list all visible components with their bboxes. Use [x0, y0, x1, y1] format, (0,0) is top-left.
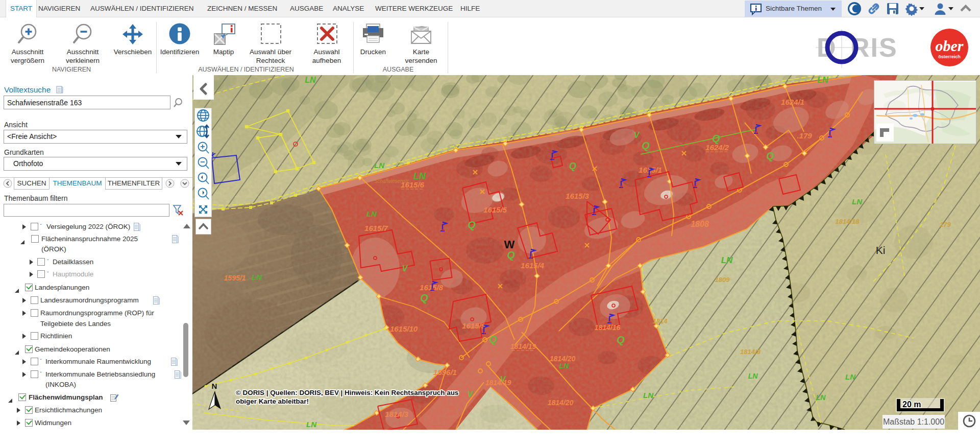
svg-text:N: N [212, 382, 217, 390]
svg-text:1814/20: 1814/20 [550, 355, 576, 363]
svg-text:1624/2: 1624/2 [705, 143, 729, 152]
svg-text:LN: LN [252, 273, 262, 282]
svg-text:LN: LN [643, 391, 654, 400]
svg-text:Q: Q [420, 292, 428, 303]
svg-text:1624/1: 1624/1 [781, 98, 804, 106]
svg-text:österreich: österreich [938, 54, 961, 59]
svg-text:Q: Q [468, 219, 476, 230]
svg-text:1814: 1814 [653, 317, 668, 325]
svg-text:Q: Q [766, 150, 774, 161]
svg-text:V: V [468, 390, 474, 399]
svg-text:Ki: Ki [876, 244, 886, 256]
svg-text:LN: LN [559, 362, 570, 370]
svg-text:1809: 1809 [715, 276, 730, 284]
svg-text:1595/1: 1595/1 [224, 274, 246, 282]
svg-text:LN: LN [374, 161, 385, 170]
svg-text:LN: LN [816, 393, 826, 402]
svg-text:1814/20: 1814/20 [548, 399, 574, 407]
svg-text:Schafwiesenstr.: Schafwiesenstr. [374, 178, 410, 184]
svg-text:LN: LN [748, 372, 758, 380]
svg-text:20 m: 20 m [902, 400, 921, 409]
svg-text:1814/19: 1814/19 [485, 379, 511, 387]
svg-text:179: 179 [940, 221, 951, 228]
svg-text:.179: .179 [797, 131, 812, 140]
svg-text:1814/3: 1814/3 [385, 410, 409, 418]
svg-text:LN: LN [817, 76, 828, 84]
svg-text:1615/3: 1615/3 [566, 192, 590, 200]
svg-text:LN: LN [413, 171, 426, 181]
svg-text:Q: Q [642, 140, 650, 151]
svg-text:1814/8: 1814/8 [740, 348, 761, 356]
svg-text:1814/16: 1814/16 [595, 323, 621, 332]
svg-text:LN: LN [852, 197, 863, 206]
svg-text:LN: LN [306, 420, 317, 429]
svg-text:LN: LN [845, 372, 856, 381]
svg-text:Q: Q [712, 133, 720, 144]
svg-text:1615/7: 1615/7 [364, 224, 388, 232]
svg-text:LN: LN [721, 255, 733, 265]
svg-text:1615/9: 1615/9 [462, 321, 486, 330]
svg-text:Q: Q [617, 334, 625, 345]
svg-text:LN: LN [366, 209, 377, 218]
svg-text:1615/5: 1615/5 [483, 205, 507, 214]
svg-text:Q: Q [569, 161, 576, 171]
svg-text:Q: Q [507, 249, 515, 261]
svg-text:obiger Karte ableitbar!: obiger Karte ableitbar! [236, 398, 309, 405]
svg-text:1814/19: 1814/19 [510, 342, 536, 350]
svg-text:1615/4: 1615/4 [521, 261, 545, 270]
svg-text:ober: ober [936, 37, 964, 54]
svg-text:W: W [504, 238, 515, 251]
svg-text:V: V [402, 264, 408, 273]
svg-text:LN: LN [305, 76, 316, 84]
svg-text:1596/1: 1596/1 [433, 368, 457, 377]
svg-text:1808: 1808 [691, 220, 709, 228]
svg-text:1615/10: 1615/10 [390, 324, 418, 333]
svg-text:V: V [634, 131, 640, 139]
svg-text:© DORIS | Quellen: DORIS, BEV: © DORIS | Quellen: DORIS, BEV | Hinweis:… [236, 389, 458, 396]
svg-text:1814/18: 1814/18 [836, 218, 860, 225]
svg-text:Q: Q [489, 334, 497, 345]
